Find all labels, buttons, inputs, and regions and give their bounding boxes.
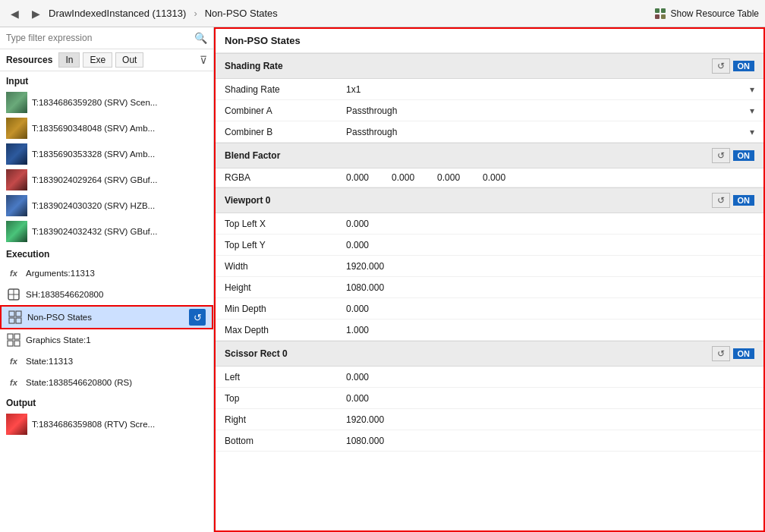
combiner-b-dropdown[interactable]: ▾: [750, 127, 754, 137]
viewport-header: Viewport 0 ↺ ON: [216, 187, 763, 213]
min-depth-label: Min Depth: [225, 304, 346, 314]
resource-label: T:1839024032432 (SRV) GBuf...: [32, 227, 207, 236]
tab-out[interactable]: Out: [115, 52, 143, 68]
blend-factor-reset-button[interactable]: ↺: [712, 148, 730, 163]
scissor-header: Scissor Rect 0 ↺ ON: [216, 341, 763, 367]
svg-rect-9: [9, 318, 14, 323]
svg-rect-8: [16, 311, 21, 316]
texture-thumb: [6, 414, 27, 435]
rgba-values: 0.000 0.000 0.000 0.000: [346, 172, 505, 183]
shading-rate-section: Shading Rate ↺ ON Shading Rate 1x1 ▾ Com…: [216, 53, 763, 143]
blend-factor-header: Blend Factor ↺ ON: [216, 143, 763, 168]
right-value: 1920.000: [346, 414, 754, 425]
nonpso-states-label: Non-PSO States: [27, 313, 184, 322]
texture-thumb: [6, 92, 27, 113]
tab-exe[interactable]: Exe: [83, 52, 112, 68]
list-item[interactable]: fx State:1838546620800 (RS): [0, 372, 213, 393]
nonpso-reset-button[interactable]: ↺: [189, 309, 206, 326]
blend-factor-title: Blend Factor: [225, 150, 709, 161]
combiner-b-row: Combiner B Passthrough ▾: [216, 121, 763, 143]
search-button[interactable]: 🔍: [194, 32, 207, 44]
texture-thumb: [6, 221, 27, 242]
texture-thumb: [6, 143, 27, 165]
list-item[interactable]: T:1835690348048 (SRV) Amb...: [0, 115, 213, 141]
right-panel: Non-PSO States Shading Rate ↺ ON Shading…: [214, 27, 765, 532]
texture-thumb: [6, 195, 27, 216]
texture-thumb: [6, 169, 27, 190]
fx-icon: fx: [6, 266, 21, 281]
svg-rect-11: [8, 334, 13, 339]
back-button[interactable]: ◀: [6, 5, 23, 22]
filter-input[interactable]: [6, 33, 191, 43]
grid-icon: [8, 310, 23, 325]
shading-rate-header: Shading Rate ↺ ON: [216, 53, 763, 79]
top-left-x-row: Top Left X 0.000: [216, 213, 763, 235]
main-layout: 🔍 Resources In Exe Out ⊽ Input T:1834686…: [0, 27, 765, 532]
scissor-reset-button[interactable]: ↺: [712, 346, 730, 361]
list-item[interactable]: T:1834686359808 (RTV) Scre...: [0, 411, 213, 437]
shading-rate-on-button[interactable]: ON: [733, 61, 755, 71]
min-depth-row: Min Depth 0.000: [216, 298, 763, 320]
rgba-label: RGBA: [225, 172, 346, 183]
resource-tabs: Resources In Exe Out ⊽: [0, 49, 213, 71]
bottom-value: 1080.000: [346, 436, 754, 446]
output-section-header: Output: [0, 393, 213, 411]
viewport-reset-button[interactable]: ↺: [712, 193, 730, 208]
resource-label: Graphics State:1: [26, 335, 207, 345]
breadcrumb-current: Non-PSO States: [205, 8, 278, 19]
svg-rect-13: [8, 341, 13, 346]
top-label: Top: [225, 393, 346, 404]
show-resource-table-button[interactable]: Show Resource Table: [654, 8, 759, 20]
rgba-b: 0.000: [437, 172, 460, 183]
svg-rect-12: [14, 334, 20, 339]
viewport-title: Viewport 0: [225, 195, 709, 206]
shading-rate-label: Shading Rate: [225, 84, 346, 95]
list-item[interactable]: fx Arguments:11313: [0, 263, 213, 284]
combiner-a-label: Combiner A: [225, 105, 346, 116]
resource-table-icon: [654, 8, 666, 20]
list-item[interactable]: T:1839024029264 (SRV) GBuf...: [0, 167, 213, 193]
blend-factor-on-button[interactable]: ON: [733, 150, 755, 161]
top-row: Top 0.000: [216, 388, 763, 409]
combiner-b-label: Combiner B: [225, 127, 346, 137]
shading-rate-value: 1x1: [346, 84, 750, 95]
left-row: Left 0.000: [216, 367, 763, 388]
list-item[interactable]: SH:1838546620800: [0, 284, 213, 305]
forward-button[interactable]: ▶: [27, 5, 44, 22]
width-label: Width: [225, 261, 346, 272]
tab-in[interactable]: In: [58, 52, 80, 68]
execution-section-header: Execution: [0, 244, 213, 263]
list-item[interactable]: T:1839024030320 (SRV) HZB...: [0, 193, 213, 219]
list-item[interactable]: Graphics State:1: [0, 329, 213, 351]
rgba-row: RGBA 0.000 0.000 0.000 0.000: [216, 168, 763, 187]
list-item[interactable]: fx State:11313: [0, 351, 213, 372]
viewport-on-button[interactable]: ON: [733, 195, 755, 206]
texture-thumb: [6, 118, 27, 139]
svg-rect-14: [14, 341, 20, 346]
svg-rect-1: [661, 8, 666, 13]
top-bar: ◀ ▶ DrawIndexedInstanced (11313) › Non-P…: [0, 0, 765, 27]
shading-rate-dropdown[interactable]: ▾: [750, 84, 754, 95]
min-depth-value: 0.000: [346, 304, 754, 314]
filter-icon-button[interactable]: ⊽: [200, 54, 207, 66]
fx-icon: fx: [6, 354, 21, 369]
shading-rate-title: Shading Rate: [225, 61, 709, 71]
shading-rate-reset-button[interactable]: ↺: [712, 58, 730, 74]
resource-label: State:1838546620800 (RS): [26, 378, 207, 387]
max-depth-row: Max Depth 1.000: [216, 320, 763, 341]
resource-label: State:11313: [26, 357, 207, 366]
list-item[interactable]: T:1835690353328 (SRV) Amb...: [0, 141, 213, 167]
scissor-on-button[interactable]: ON: [733, 348, 755, 359]
combiner-a-value: Passthrough: [346, 105, 750, 116]
width-row: Width 1920.000: [216, 256, 763, 277]
breadcrumb-sep: ›: [194, 8, 197, 19]
list-item[interactable]: T:1839024032432 (SRV) GBuf...: [0, 219, 213, 244]
nonpso-states-item[interactable]: Non-PSO States ↺: [0, 305, 213, 329]
viewport-section: Viewport 0 ↺ ON Top Left X 0.000 Top Lef…: [216, 187, 763, 341]
svg-rect-7: [9, 311, 14, 316]
combiner-a-dropdown[interactable]: ▾: [750, 105, 754, 116]
top-value: 0.000: [346, 393, 754, 404]
svg-rect-2: [655, 14, 660, 19]
list-item[interactable]: T:1834686359280 (SRV) Scen...: [0, 90, 213, 115]
show-resource-table-label: Show Resource Table: [670, 8, 759, 19]
